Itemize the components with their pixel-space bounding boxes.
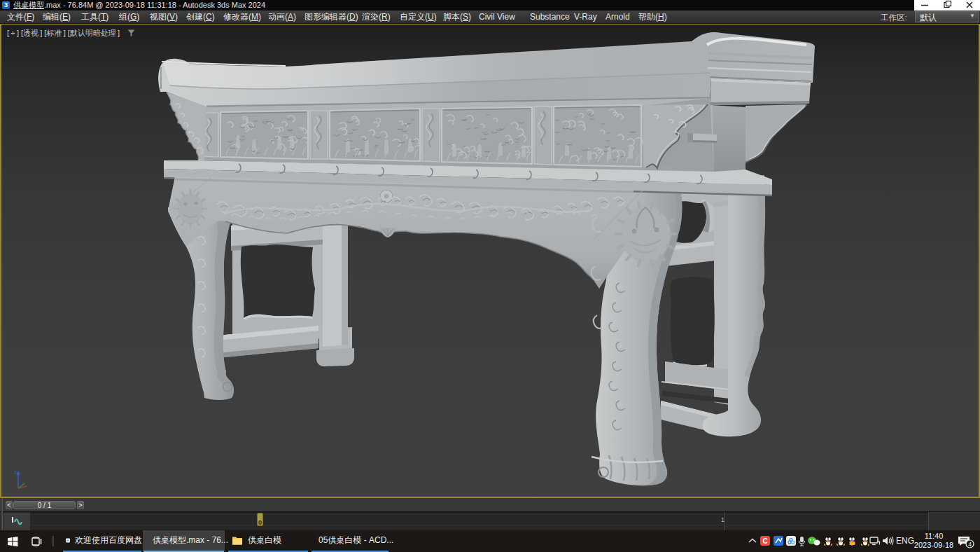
svg-text:C: C xyxy=(762,537,767,545)
svg-text:z: z xyxy=(14,469,17,475)
svg-text:4: 4 xyxy=(968,541,972,548)
